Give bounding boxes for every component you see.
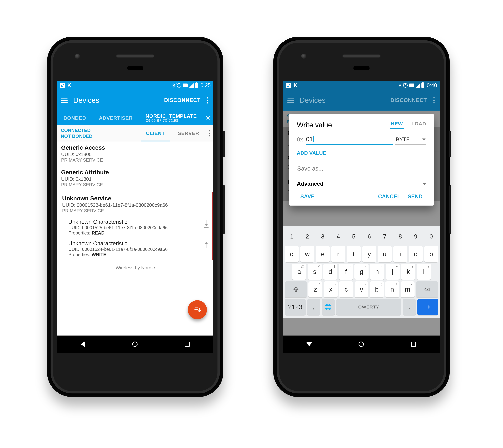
- service-item[interactable]: Generic Attribute UUID: 0x1801 PRIMARY S…: [57, 166, 213, 191]
- characteristic-item[interactable]: Unknown Characteristic UUID: 00001524-be…: [58, 238, 212, 260]
- value-input[interactable]: 01: [306, 135, 393, 145]
- key-s[interactable]: s#: [308, 264, 322, 280]
- dialog-area: C N GUP GUP Unknown Service UUID: 000015…: [283, 111, 440, 335]
- highlighted-service-box: Unknown Service UUID: 00001523-be61-11e7…: [58, 192, 213, 260]
- key-8[interactable]: 8: [393, 229, 407, 244]
- subtab-server[interactable]: SERVER: [171, 125, 205, 141]
- volume-button[interactable]: [449, 185, 451, 234]
- dialog-title: Write value: [297, 121, 383, 129]
- cell-signal-icon: [416, 83, 420, 88]
- key-w[interactable]: w: [300, 246, 314, 262]
- disconnect-button[interactable]: DISCONNECT: [164, 97, 201, 103]
- read-icon[interactable]: [204, 220, 208, 228]
- dialog-cancel-button[interactable]: CANCEL: [375, 192, 404, 201]
- subtab-overflow-icon[interactable]: [205, 130, 213, 136]
- service-item[interactable]: Unknown Service UUID: 00001523-be61-11e7…: [58, 192, 212, 217]
- subtab-client[interactable]: CLIENT: [140, 125, 171, 141]
- close-tab-icon[interactable]: ✕: [205, 115, 211, 121]
- key-5[interactable]: 5: [347, 229, 361, 244]
- phone-bezel: [273, 37, 450, 81]
- key-7[interactable]: 7: [378, 229, 392, 244]
- nav-home-icon[interactable]: [359, 342, 364, 347]
- characteristic-name: Unknown Characteristic: [68, 219, 208, 225]
- key-z[interactable]: z*: [308, 282, 322, 297]
- fab-log-button[interactable]: [188, 300, 207, 319]
- dialog-tab-new[interactable]: NEW: [391, 121, 403, 129]
- key-6[interactable]: 6: [362, 229, 376, 244]
- key-9[interactable]: 9: [409, 229, 423, 244]
- key-0[interactable]: 0: [424, 229, 438, 244]
- nav-recents-icon[interactable]: [411, 342, 416, 347]
- key-2[interactable]: 2: [300, 229, 314, 244]
- nav-hide-keyboard-icon[interactable]: [306, 342, 312, 346]
- dialog-send-button[interactable]: SEND: [404, 192, 426, 201]
- service-type: PRIMARY SERVICE: [62, 208, 208, 214]
- nav-recents-icon[interactable]: [185, 342, 190, 347]
- power-button[interactable]: [223, 131, 225, 157]
- key-l[interactable]: l): [417, 264, 431, 280]
- key-period[interactable]: .: [403, 299, 416, 315]
- key-h[interactable]: h-: [370, 264, 384, 280]
- key-g[interactable]: g*: [354, 264, 369, 280]
- key-i[interactable]: i: [393, 246, 407, 262]
- key-j[interactable]: j+: [386, 264, 400, 280]
- nav-back-icon[interactable]: [81, 341, 85, 347]
- dialog-tab-load[interactable]: LOAD: [411, 121, 426, 129]
- save-as-input[interactable]: [297, 164, 426, 174]
- key-o[interactable]: o: [409, 246, 423, 262]
- key-f[interactable]: f-: [339, 264, 353, 280]
- type-select[interactable]: BYTE..: [395, 135, 426, 145]
- key-language[interactable]: 🌐: [322, 299, 335, 315]
- tab-bonded[interactable]: BONDED: [57, 111, 93, 125]
- key-a[interactable]: a@: [292, 264, 306, 280]
- power-button[interactable]: [449, 131, 451, 157]
- volume-button[interactable]: [223, 185, 225, 234]
- service-item[interactable]: Generic Access UUID: 0x1800 PRIMARY SERV…: [57, 141, 213, 166]
- key-u[interactable]: u: [378, 246, 392, 262]
- key-3[interactable]: 3: [316, 229, 330, 244]
- key-t[interactable]: t: [347, 246, 361, 262]
- tab-advertiser[interactable]: ADVERTISER: [93, 111, 139, 125]
- key-4[interactable]: 4: [331, 229, 345, 244]
- key-q[interactable]: q: [285, 246, 299, 262]
- write-value-dialog: Write value NEW LOAD 0x 01 BYTE..: [289, 114, 434, 206]
- key-enter[interactable]: [417, 299, 438, 315]
- characteristic-uuid: UUID: 00001524-be61-11e7-8f1a-0800200c9a…: [68, 247, 208, 252]
- key-shift[interactable]: [285, 282, 307, 297]
- app-bar: Devices DISCONNECT: [283, 90, 440, 111]
- key-comma[interactable]: ,: [307, 299, 320, 315]
- key-e[interactable]: e: [316, 246, 330, 262]
- characteristic-props: READ: [92, 230, 105, 235]
- key-symbols[interactable]: ?123: [285, 299, 306, 315]
- overflow-menu-icon[interactable]: [206, 97, 209, 103]
- advanced-expander[interactable]: Advanced: [297, 181, 426, 187]
- key-n[interactable]: n!: [385, 282, 399, 297]
- key-y[interactable]: y: [362, 246, 376, 262]
- key-c[interactable]: c": [339, 282, 353, 297]
- services-list[interactable]: Generic Access UUID: 0x1800 PRIMARY SERV…: [57, 141, 213, 335]
- tab-device-mac: C9:09:BF:7C:72:98: [145, 119, 197, 122]
- phone-left: K ฿ 0:25 Devices DISCONNECT BONDED: [47, 37, 223, 397]
- key-b[interactable]: b;: [370, 282, 384, 297]
- service-uuid: UUID: 0x1801: [61, 176, 209, 182]
- key-1[interactable]: 1: [285, 229, 299, 244]
- nav-home-icon[interactable]: [132, 342, 138, 347]
- key-m[interactable]: m?: [401, 282, 415, 297]
- screen: K ฿ 0:40 Devices DISCONNECT: [283, 81, 440, 353]
- tab-device-active[interactable]: NORDIC_TEMPLATE C9:09:BF:7C:72:98 ✕: [139, 111, 213, 125]
- key-x[interactable]: x-: [324, 282, 338, 297]
- menu-icon[interactable]: [61, 98, 68, 103]
- cell-signal-icon: [189, 83, 194, 88]
- key-p[interactable]: p: [424, 246, 438, 262]
- write-icon[interactable]: [204, 242, 208, 249]
- key-k[interactable]: k(: [401, 264, 415, 280]
- key-backspace[interactable]: [416, 282, 438, 297]
- key-r[interactable]: r: [331, 246, 345, 262]
- dialog-save-button[interactable]: SAVE: [297, 192, 318, 201]
- earpiece-speaker: [116, 54, 154, 58]
- key-d[interactable]: d$: [323, 264, 337, 280]
- characteristic-item[interactable]: Unknown Characteristic UUID: 00001525-be…: [58, 217, 212, 238]
- key-space[interactable]: QWERTY: [336, 299, 401, 315]
- add-value-button[interactable]: ADD VALUE: [297, 150, 426, 156]
- key-v[interactable]: v-: [355, 282, 369, 297]
